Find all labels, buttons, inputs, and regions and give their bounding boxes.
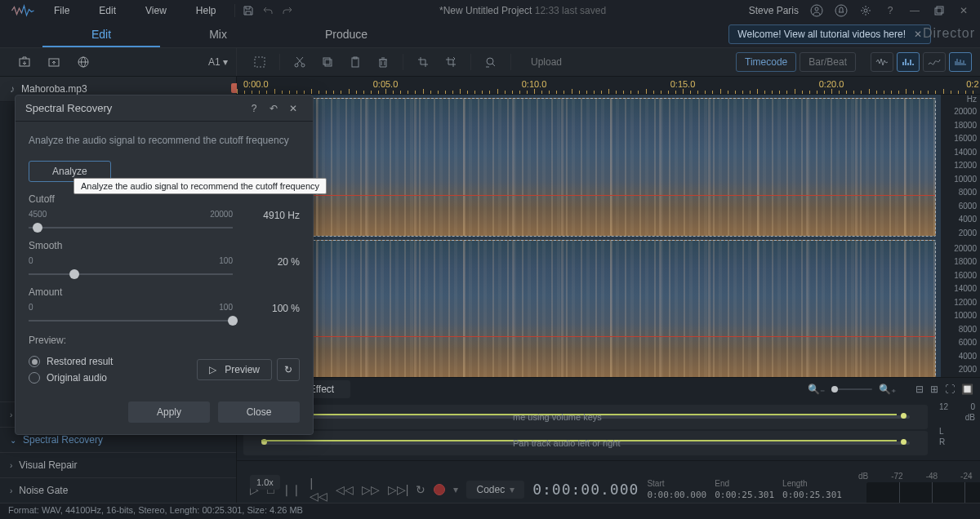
zoom-out-icon[interactable]: 🔍₋ (808, 384, 825, 395)
playback-speed[interactable]: 1.0x (250, 475, 280, 490)
bell-icon[interactable] (831, 1, 851, 20)
view-pitch-icon[interactable] (923, 52, 946, 72)
dialog-help-icon[interactable]: ? (244, 99, 264, 118)
length-time: Length0:00:25.301 (782, 479, 842, 500)
frequency-scale: Hz 2000018000 1600014000 1200010000 8000… (941, 95, 980, 377)
skip-start-icon[interactable]: |◁◁ (310, 480, 327, 499)
cutoff-value: 4910 Hz (263, 210, 300, 221)
music-note-icon: ♪ (10, 83, 15, 95)
radio-restored[interactable]: Restored result (29, 356, 113, 367)
smooth-slider[interactable] (29, 273, 233, 275)
user-name: Steve Paris (749, 5, 799, 16)
zoom-region-icon[interactable]: 🔲 (961, 384, 973, 395)
project-title: *New Untitled Project 12:33 last saved (297, 5, 749, 16)
globe-icon[interactable] (72, 51, 95, 73)
font-size-button[interactable]: A1 ▾ (200, 54, 236, 70)
user-icon[interactable] (807, 1, 826, 20)
amount-slider[interactable] (29, 320, 233, 322)
view-waveform-icon[interactable] (871, 52, 893, 72)
minimize-icon[interactable]: — (905, 1, 924, 20)
view-spectral-icon[interactable] (897, 52, 920, 72)
amount-value: 100 % (272, 303, 300, 314)
radio-original[interactable]: Original audio (29, 372, 113, 384)
copy-icon[interactable] (316, 51, 339, 73)
radio-icon[interactable] (29, 372, 40, 384)
analyze-tooltip: Analyze the audio signal to recommend th… (74, 178, 327, 194)
delete-icon[interactable] (372, 51, 394, 73)
radio-icon[interactable] (29, 356, 40, 367)
view-both-icon[interactable] (949, 52, 972, 72)
zoom-v-in-icon[interactable]: ⊞ (930, 384, 938, 395)
svg-point-2 (835, 5, 847, 16)
welcome-close-icon[interactable]: ✕ (914, 29, 922, 40)
cutoff-slider[interactable] (29, 227, 233, 228)
time-ruler[interactable]: 0:00.0 0:05.0 0:10.0 0:15.0 0:20.0 0:2 (237, 77, 980, 95)
volume-track-row[interactable]: me using volume keys (243, 405, 928, 429)
tree-noise-gate[interactable]: ›Noise Gate (0, 477, 236, 503)
zoom-fit-icon[interactable]: ⛶ (945, 384, 955, 395)
dialog-reset-icon[interactable]: ↶ (264, 99, 283, 118)
svg-point-17 (487, 58, 493, 64)
play-icon: ▷ (209, 364, 216, 375)
spectrogram-view[interactable] (237, 95, 941, 377)
tree-visual-repair[interactable]: ›Visual Repair (0, 452, 236, 477)
spectrogram-channel-left[interactable] (242, 98, 936, 237)
pause-icon[interactable]: ❘❘ (282, 480, 301, 499)
preview-button[interactable]: ▷ Preview (197, 359, 272, 380)
spectral-recovery-dialog: Spectral Recovery ? ↶ ✕ Analyze the audi… (15, 95, 314, 435)
level-meter (866, 482, 980, 503)
menu-edit[interactable]: Edit (84, 2, 131, 20)
timecode-toggle[interactable]: Timecode (736, 52, 796, 72)
svg-rect-13 (323, 58, 330, 64)
save-icon[interactable] (238, 1, 258, 20)
menu-view[interactable]: View (131, 2, 181, 20)
svg-point-12 (301, 64, 305, 67)
apply-button[interactable]: Apply (128, 401, 210, 423)
codec-button[interactable]: Codec▾ (466, 481, 524, 499)
import-icon[interactable] (13, 51, 36, 73)
svg-rect-5 (937, 7, 943, 13)
welcome-banner[interactable]: Welcome! View all tutorial videos here! … (728, 24, 931, 44)
brand-label: Director (923, 26, 975, 41)
dialog-close-icon[interactable]: ✕ (283, 99, 303, 118)
mode-mix[interactable]: Mix (160, 21, 276, 47)
close-icon[interactable]: ✕ (954, 1, 973, 20)
mode-edit[interactable]: Edit (42, 21, 160, 47)
timecode-display: 0:00:00.000 (532, 481, 639, 498)
mode-produce[interactable]: Produce (276, 21, 416, 47)
loop-preview-icon[interactable]: ↻ (277, 358, 300, 381)
menu-help[interactable]: Help (181, 2, 231, 20)
menu-file[interactable]: File (39, 2, 84, 20)
paste-icon[interactable] (344, 51, 367, 73)
undo-icon[interactable] (258, 1, 278, 20)
crop-dropdown-icon[interactable] (439, 51, 462, 73)
cut-icon[interactable] (288, 51, 311, 73)
select-icon[interactable] (248, 51, 271, 73)
maximize-icon[interactable] (929, 1, 949, 20)
close-button[interactable]: Close (218, 401, 300, 423)
pan-track-row[interactable]: Pan track audio left or right (243, 431, 928, 455)
svg-point-3 (864, 9, 867, 12)
zoom-slider[interactable] (831, 388, 872, 390)
record-icon[interactable] (434, 480, 445, 499)
zoom-in-icon[interactable]: 🔍₊ (879, 384, 896, 395)
barbeat-toggle[interactable]: Bar/Beat (800, 52, 856, 72)
zoom-v-out-icon[interactable]: ⊟ (915, 384, 924, 395)
status-bar: Format: WAV, 44100Hz, 16-bits, Stereo, L… (0, 503, 980, 519)
gear-icon[interactable] (856, 1, 875, 20)
export-icon[interactable] (42, 51, 65, 73)
help-icon[interactable]: ? (880, 1, 900, 20)
svg-point-11 (295, 64, 298, 67)
upload-button[interactable]: Upload (519, 53, 573, 71)
crop-icon[interactable] (412, 51, 434, 73)
dialog-title: Spectral Recovery (25, 102, 244, 114)
svg-point-1 (815, 7, 818, 11)
spectrogram-channel-right[interactable] (242, 240, 936, 377)
skip-end-icon[interactable]: ▷▷| (388, 480, 408, 499)
forward-icon[interactable]: ▷▷ (362, 480, 380, 499)
zoom-selection-icon[interactable] (479, 51, 502, 73)
loop-icon[interactable]: ↻ (416, 480, 425, 499)
redo-icon[interactable] (278, 1, 297, 20)
rewind-icon[interactable]: ◁◁ (336, 480, 354, 499)
app-logo (7, 0, 39, 21)
